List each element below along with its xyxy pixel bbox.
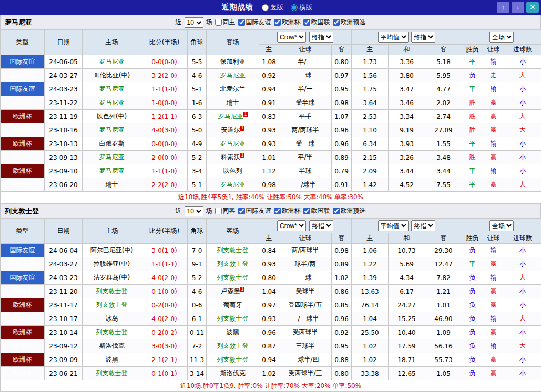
match-row: 国际友谊24-03-27拉脱维亚(中)1-1(1-1)9-1列支敦士登0.93球… bbox=[1, 257, 541, 271]
home-team[interactable]: 罗马尼亚 bbox=[83, 82, 141, 96]
comp-checkbox-friendly[interactable] bbox=[238, 208, 245, 214]
home-team[interactable]: 斯洛伐克 bbox=[83, 339, 141, 353]
recent-count-select[interactable]: 10 bbox=[185, 17, 203, 28]
home-team[interactable]: 列支敦士登 bbox=[83, 298, 141, 312]
comp-filter-friendly[interactable]: 国际友谊 bbox=[238, 207, 271, 215]
away-team[interactable]: 波黑 bbox=[207, 326, 259, 339]
home-team[interactable]: 以色列(中) bbox=[83, 110, 141, 123]
away-team[interactable]: 罗马尼亚 bbox=[207, 69, 259, 82]
scope-select[interactable]: 全场 bbox=[489, 32, 514, 43]
col-date: 日期 bbox=[45, 219, 83, 244]
away-team[interactable]: 列支敦士登 bbox=[207, 244, 259, 257]
avg-odds-draw: 12.65 bbox=[389, 367, 425, 380]
final-odds-select-2[interactable]: 终指 bbox=[411, 32, 435, 43]
layout-option-horizontal[interactable]: 横版 bbox=[291, 3, 312, 12]
layout-radio-vertical[interactable] bbox=[262, 4, 269, 11]
away-team[interactable]: 列支敦士登 bbox=[207, 271, 259, 285]
comp-filter-friendly[interactable]: 国际友谊 bbox=[238, 18, 271, 27]
layout-option-vertical[interactable]: 竖版 bbox=[262, 3, 283, 12]
home-team[interactable]: 白俄罗斯 bbox=[83, 137, 141, 151]
away-team[interactable]: 以色列 bbox=[207, 164, 259, 178]
away-team[interactable]: 安道尔1 bbox=[207, 123, 259, 137]
away-team[interactable]: 北爱尔兰 bbox=[207, 82, 259, 96]
recent-count-select[interactable]: 10 bbox=[185, 206, 203, 216]
same-venue-filter[interactable]: 同客 bbox=[215, 207, 236, 215]
col-result-goals: 进球数 bbox=[504, 233, 541, 244]
odds-home: 0.91 bbox=[259, 96, 279, 110]
comp-filter-euro[interactable]: 欧洲杯 bbox=[274, 18, 301, 27]
avg-odds-draw: 3.36 bbox=[389, 55, 425, 69]
col-result-handicap: 让球 bbox=[483, 233, 504, 244]
home-team[interactable]: 法罗群岛(中) bbox=[83, 271, 141, 285]
same-venue-checkbox[interactable] bbox=[215, 19, 222, 26]
away-team[interactable]: 卢森堡1 bbox=[207, 285, 259, 298]
away-team[interactable]: 列支敦士登 bbox=[207, 257, 259, 271]
away-team[interactable]: 瑞士 bbox=[207, 96, 259, 110]
avg-odds-draw: 3.46 bbox=[389, 96, 425, 110]
home-team[interactable]: 罗马尼亚 bbox=[83, 123, 141, 137]
home-team[interactable]: 罗马尼亚 bbox=[83, 151, 141, 164]
matches-label: 场 bbox=[206, 18, 212, 27]
scroll-down-button[interactable]: ↓ bbox=[512, 2, 524, 13]
comp-filter-nations-league[interactable]: 欧国联 bbox=[303, 18, 330, 27]
odds-home: 1.08 bbox=[259, 55, 279, 69]
away-team[interactable]: 列支敦士登 bbox=[207, 353, 259, 367]
home-team[interactable]: 罗马尼亚 bbox=[83, 164, 141, 178]
corner-count: 5-2 bbox=[188, 271, 207, 285]
comp-checkbox-nations-league[interactable] bbox=[303, 19, 310, 26]
odds-source-select[interactable]: Crow* bbox=[277, 32, 306, 43]
same-venue-checkbox[interactable] bbox=[215, 208, 222, 214]
match-row: 国际友谊24-06-04阿尔巴尼亚(中)3-0(1-0)7-0列支敦士登0.84… bbox=[1, 244, 541, 257]
final-odds-select[interactable]: 终指 bbox=[309, 220, 333, 231]
away-team[interactable]: 保加利亚 bbox=[207, 55, 259, 69]
comp-filter-euro[interactable]: 欧洲杯 bbox=[274, 207, 301, 215]
scope-group: 全场 bbox=[462, 30, 541, 45]
scroll-up-button[interactable]: ↑ bbox=[497, 2, 509, 13]
same-venue-filter[interactable]: 同主 bbox=[215, 18, 236, 27]
comp-checkbox-euro-qualifiers[interactable] bbox=[333, 19, 340, 26]
comp-filter-euro-qualifiers[interactable]: 欧洲预选 bbox=[333, 207, 366, 215]
final-odds-select[interactable]: 终指 bbox=[309, 32, 333, 43]
layout-radio-horizontal[interactable] bbox=[291, 4, 298, 11]
close-button[interactable]: ✕ bbox=[526, 2, 539, 13]
comp-checkbox-friendly[interactable] bbox=[238, 19, 245, 26]
away-team[interactable]: 列支敦士登 bbox=[207, 339, 259, 353]
odds-away: 0.96 bbox=[332, 137, 352, 151]
odds-source-select[interactable]: Crow* bbox=[277, 220, 306, 231]
home-team[interactable]: 冰岛 bbox=[83, 312, 141, 326]
home-team[interactable]: 拉脱维亚(中) bbox=[83, 257, 141, 271]
comp-checkbox-euro-qualifiers[interactable] bbox=[333, 208, 340, 214]
average-select[interactable]: 平均值 bbox=[378, 32, 409, 43]
home-team[interactable]: 瑞士 bbox=[83, 178, 141, 192]
away-team[interactable]: 科索沃1 bbox=[207, 151, 259, 164]
away-team[interactable]: 葡萄牙 bbox=[207, 298, 259, 312]
comp-checkbox-euro[interactable] bbox=[274, 19, 281, 26]
away-team[interactable]: 罗马尼亚 bbox=[207, 137, 259, 151]
col-handicap-away: 客 bbox=[332, 45, 352, 55]
home-team[interactable]: 罗马尼亚 bbox=[83, 55, 141, 69]
comp-checkbox-euro[interactable] bbox=[274, 208, 281, 214]
match-row: 国际友谊24-03-27哥伦比亚(中)3-2(2-0)4-6罗马尼亚0.92一球… bbox=[1, 69, 541, 82]
result-wdl: 胜 bbox=[462, 151, 483, 164]
home-team[interactable]: 列支敦士登 bbox=[83, 326, 141, 339]
average-select[interactable]: 平均值 bbox=[378, 220, 409, 231]
home-team[interactable]: 列支敦士登 bbox=[83, 367, 141, 380]
away-team[interactable]: 列支敦士登 bbox=[207, 312, 259, 326]
home-team[interactable]: 阿尔巴尼亚(中) bbox=[83, 244, 141, 257]
home-team[interactable]: 哥伦比亚(中) bbox=[83, 69, 141, 82]
home-team[interactable]: 罗马尼亚 bbox=[83, 96, 141, 110]
home-team[interactable]: 列支敦士登 bbox=[83, 285, 141, 298]
final-odds-select-2[interactable]: 终指 bbox=[411, 220, 435, 231]
away-team[interactable]: 罗马尼亚1 bbox=[207, 110, 259, 123]
away-team[interactable]: 罗马尼亚 bbox=[207, 178, 259, 192]
result-goals: 小 bbox=[504, 96, 541, 110]
result-wdl: 胜 bbox=[462, 110, 483, 123]
comp-filter-euro-qualifiers[interactable]: 欧洲预选 bbox=[333, 18, 366, 27]
score: 1-1(1-0) bbox=[141, 164, 188, 178]
scope-select[interactable]: 全场 bbox=[489, 220, 514, 231]
home-team[interactable]: 波黑 bbox=[83, 353, 141, 367]
comp-filter-nations-league[interactable]: 欧国联 bbox=[303, 207, 330, 215]
score: 3-2(2-0) bbox=[141, 69, 188, 82]
comp-checkbox-nations-league[interactable] bbox=[303, 208, 310, 214]
away-team[interactable]: 斯洛伐克 bbox=[207, 367, 259, 380]
